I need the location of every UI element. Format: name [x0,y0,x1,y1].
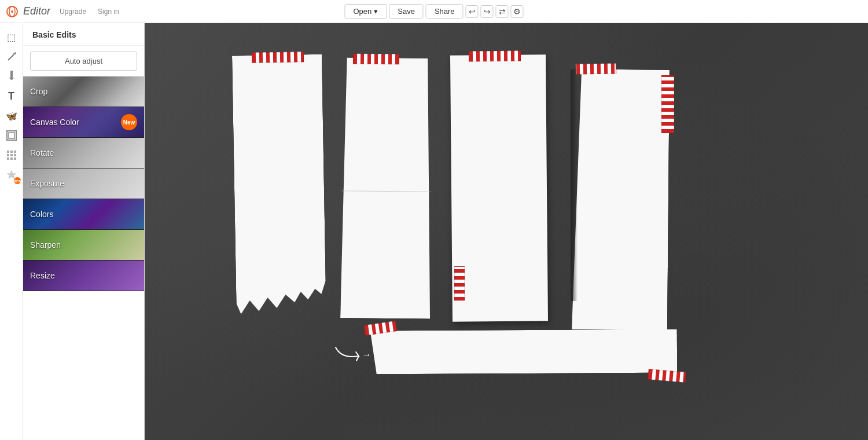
svg-rect-17 [7,157,9,160]
topbar-left: Editor Upgrade Sign in [6,5,124,18]
svg-rect-13 [14,151,16,153]
tape-3b [454,266,465,301]
canvas-color-new-badge: New [121,114,137,130]
logo-icon [6,5,19,18]
texture-tool-icon[interactable] [2,146,21,164]
rotate-item[interactable]: Rotate [23,138,144,168]
sign-in-link[interactable]: Sign in [93,5,124,18]
crop-label: Crop [30,87,47,96]
svg-rect-19 [14,157,16,160]
icon-sidebar: ⬚ T 🦋 New [0,23,23,440]
topbar-nav: Upgrade Sign in [55,5,124,18]
sharpen-label: Sharpen [30,240,61,250]
settings-button[interactable]: ⚙ [511,5,524,18]
stickers-new-badge: New [14,177,21,184]
upgrade-link[interactable]: Upgrade [55,5,91,18]
panel-sidebar: Basic Edits Auto adjust Crop Canvas Colo… [23,23,145,440]
app-title: Editor [23,5,50,17]
paper-3 [450,54,548,321]
canvas-color-item[interactable]: Canvas Color New [23,107,144,138]
arrow-annotation: → [330,330,382,369]
canvas-color-label: Canvas Color [30,118,79,127]
rotate-label: Rotate [30,148,54,157]
save-button[interactable]: Save [389,4,424,19]
colors-label: Colors [30,210,53,219]
sharpen-item[interactable]: Sharpen [23,230,144,261]
canvas-area[interactable]: → [145,23,868,440]
undo-button[interactable]: ↩ [466,5,479,18]
topbar: Editor Upgrade Sign in Open ▾ Save Share… [0,0,868,23]
redo-button[interactable]: ↪ [481,5,494,18]
crop-tool-icon[interactable]: ⬚ [2,28,21,46]
resize-label: Resize [30,271,55,280]
torn-edge [571,69,578,301]
svg-line-3 [8,54,14,60]
colors-item[interactable]: Colors [23,199,144,230]
share-button[interactable]: Share [426,4,464,19]
paper-1 [232,54,326,322]
svg-rect-15 [10,154,13,156]
stickers-icon[interactable]: New [2,166,21,184]
brush-tool-icon[interactable] [2,67,21,86]
crop-item[interactable]: Crop [23,76,144,107]
exposure-label: Exposure [30,179,64,188]
text-tool-icon[interactable]: T [2,87,21,105]
svg-rect-18 [10,157,13,160]
frame-tool-icon[interactable] [2,126,21,145]
svg-rect-14 [7,154,9,156]
paper-2 [340,57,432,318]
tape-2 [353,54,399,65]
effects-icon[interactable]: 🦋 [2,107,21,125]
main: ⬚ T 🦋 New Basic Edits Auto adjust [0,23,868,440]
open-button[interactable]: Open ▾ [344,4,387,19]
tape-1 [252,52,304,63]
svg-rect-12 [10,151,13,153]
tape-3 [469,51,521,62]
wand-tool-icon[interactable] [2,47,21,66]
resize-item[interactable]: Resize [23,261,144,291]
svg-rect-8 [10,71,13,78]
paper-4 [572,69,670,330]
svg-point-2 [11,10,13,13]
svg-rect-11 [7,151,9,153]
panel-sidebar-title: Basic Edits [23,23,144,46]
auto-adjust-button[interactable]: Auto adjust [30,52,137,71]
svg-rect-16 [14,154,16,156]
sync-button[interactable]: ⇄ [496,5,509,18]
exposure-item[interactable]: Exposure [23,168,144,199]
tape-4b [661,75,674,133]
tape-4 [576,63,616,74]
topbar-center: Open ▾ Save Share ↩ ↪ ⇄ ⚙ [344,4,523,19]
svg-text:→: → [362,350,371,360]
paper-5 [370,329,677,375]
svg-rect-10 [9,133,14,138]
